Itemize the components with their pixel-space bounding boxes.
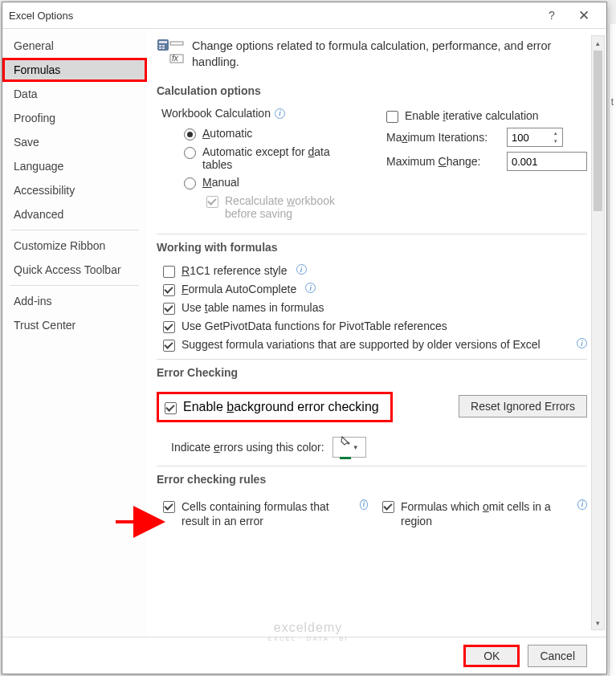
svg-rect-3: [162, 45, 165, 47]
checkbox-icon: [382, 501, 394, 513]
info-icon[interactable]: i: [305, 283, 316, 293]
check-table-names[interactable]: Use table names in formulas: [157, 299, 587, 317]
fill-icon: [340, 435, 351, 459]
section-errcheck-header: Error Checking: [157, 359, 587, 387]
sidebar-item-addins[interactable]: Add-ins: [2, 289, 147, 313]
checkbox-icon: [163, 284, 175, 296]
section-working-header: Working with formulas: [157, 234, 587, 262]
radio-icon: [184, 177, 196, 189]
cancel-button[interactable]: Cancel: [528, 645, 587, 667]
radio-auto-except[interactable]: Automatic except for data tables: [161, 143, 362, 173]
scroll-up-button[interactable]: ▴: [592, 36, 604, 50]
close-button[interactable]: ✕: [568, 4, 600, 26]
info-icon[interactable]: i: [296, 264, 307, 275]
sidebar: General Formulas Data Proofing Save Lang…: [2, 29, 147, 637]
stray-text: t: [611, 96, 614, 108]
spinner-buttons[interactable]: ▴▾: [550, 129, 561, 145]
titlebar: Excel Options ? ✕: [2, 2, 606, 28]
info-icon[interactable]: i: [360, 499, 368, 510]
sidebar-item-trust-center[interactable]: Trust Center: [2, 313, 147, 337]
check-r1c1[interactable]: R1C1 reference stylei: [157, 262, 587, 280]
svg-rect-1: [159, 41, 167, 43]
checkbox-icon: [163, 501, 175, 513]
scroll-down-button[interactable]: ▾: [592, 616, 604, 629]
sidebar-item-general[interactable]: General: [2, 34, 147, 58]
indicate-color-row: Indicate errors using this color: ▼: [157, 434, 393, 461]
checkbox-icon: [165, 402, 177, 414]
sidebar-separator: [10, 285, 139, 286]
radio-manual[interactable]: Manual: [161, 173, 362, 192]
max-iterations-row: Maximum Iterations: 100▴▾: [386, 125, 587, 149]
radio-icon: [184, 128, 196, 140]
info-icon[interactable]: i: [275, 108, 285, 119]
check-suggest-variations[interactable]: Suggest formula variations that are supp…: [157, 336, 587, 354]
intro-row: fx Change options related to formula cal…: [157, 35, 587, 78]
max-iter-input[interactable]: 100▴▾: [507, 128, 563, 147]
sidebar-item-save[interactable]: Save: [2, 130, 147, 154]
sidebar-item-advanced[interactable]: Advanced: [2, 202, 147, 226]
vertical-scrollbar[interactable]: ▴ ▾: [591, 35, 605, 630]
max-change-input[interactable]: 0.001: [507, 152, 587, 171]
sidebar-item-data[interactable]: Data: [2, 82, 147, 106]
check-autocomplete[interactable]: Formula AutoCompletei: [157, 280, 587, 299]
sidebar-item-qat[interactable]: Quick Access Toolbar: [2, 258, 147, 282]
help-button[interactable]: ?: [536, 4, 568, 26]
dialog-title: Excel Options: [9, 10, 536, 22]
calc-options: Workbook Calculationi Automatic Automati…: [157, 105, 587, 229]
radio-automatic[interactable]: Automatic: [161, 124, 362, 143]
svg-point-9: [347, 442, 349, 445]
checkbox-icon: [206, 196, 218, 208]
radio-icon: [184, 147, 196, 159]
checkbox-icon: [163, 321, 175, 333]
section-rules-header: Error checking rules: [157, 466, 587, 494]
error-checking-row: Enable background error checking Indicat…: [157, 387, 587, 461]
working-formulas-list: R1C1 reference stylei Formula AutoComple…: [157, 262, 587, 354]
check-cells-formula-error[interactable]: Cells containing formulas that result in…: [157, 497, 368, 531]
sidebar-item-accessibility[interactable]: Accessibility: [2, 178, 147, 202]
svg-rect-5: [162, 47, 165, 49]
svg-rect-2: [159, 45, 161, 47]
check-omit-cells[interactable]: Formulas which omit cells in a regioni: [376, 497, 587, 531]
reset-ignored-errors-button[interactable]: Reset Ignored Errors: [459, 395, 587, 417]
rules-grid: Cells containing formulas that result in…: [157, 494, 587, 534]
svg-rect-4: [159, 47, 161, 49]
chevron-down-icon: ▼: [353, 444, 359, 451]
max-change-row: Maximum Change: 0.001: [386, 149, 587, 173]
checkbox-icon: [163, 340, 175, 352]
check-recalc-before-save: Recalculate workbook before saving: [161, 192, 362, 222]
info-icon[interactable]: i: [577, 499, 587, 510]
formula-options-icon: fx: [157, 39, 186, 64]
svg-text:fx: fx: [172, 54, 179, 63]
dialog-body: General Formulas Data Proofing Save Lang…: [2, 28, 606, 637]
check-enable-bg-error[interactable]: Enable background error checking: [157, 392, 393, 422]
info-icon[interactable]: i: [577, 338, 587, 348]
sidebar-item-proofing[interactable]: Proofing: [2, 106, 147, 130]
checkbox-icon: [163, 266, 175, 278]
sidebar-item-language[interactable]: Language: [2, 154, 147, 178]
scroll-thumb[interactable]: [594, 51, 602, 211]
error-color-picker[interactable]: ▼: [332, 437, 366, 458]
options-dialog: Excel Options ? ✕ General Formulas Data …: [2, 2, 607, 674]
background-strip: [609, 24, 616, 676]
section-calc-header: Calculation options: [157, 78, 587, 105]
svg-rect-6: [170, 42, 183, 45]
checkbox-icon: [386, 111, 398, 123]
scroll-area: fx Change options related to formula cal…: [157, 35, 606, 630]
max-iter-label: Maximum Iterations:: [386, 131, 499, 144]
checkbox-icon: [163, 303, 175, 315]
ok-button[interactable]: OK: [463, 645, 520, 667]
sidebar-item-customize-ribbon[interactable]: Customize Ribbon: [2, 234, 147, 258]
dialog-footer: OK Cancel: [2, 637, 606, 674]
check-iterative[interactable]: Enable iterative calculation: [386, 107, 587, 125]
workbook-calc-label: Workbook Calculationi: [161, 107, 362, 120]
sidebar-separator: [10, 230, 139, 230]
content-pane: fx Change options related to formula cal…: [147, 29, 606, 637]
check-getpivotdata[interactable]: Use GetPivotData functions for PivotTabl…: [157, 317, 587, 336]
intro-text: Change options related to formula calcul…: [192, 39, 587, 70]
max-change-label: Maximum Change:: [386, 155, 499, 168]
sidebar-item-formulas[interactable]: Formulas: [2, 58, 147, 82]
